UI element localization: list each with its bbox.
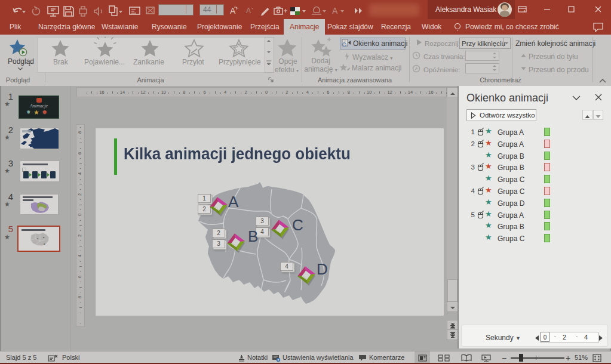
svg-text:A: A (332, 6, 338, 16)
svg-text:A: A (246, 7, 251, 15)
svg-text:✦: ✦ (42, 236, 45, 239)
svg-text:✦: ✦ (43, 242, 45, 246)
svg-text:✦: ✦ (36, 237, 39, 240)
